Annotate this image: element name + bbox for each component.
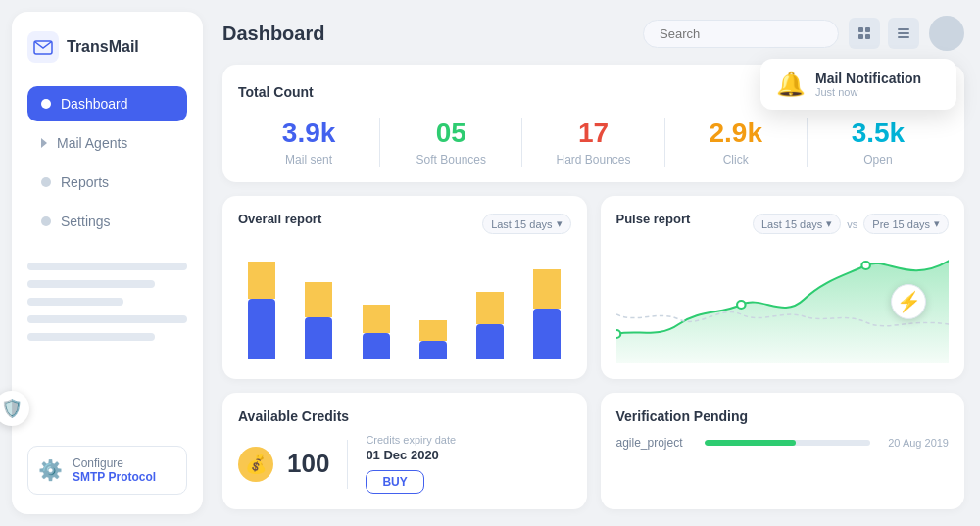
configure-label: Configure (73, 456, 156, 470)
hard-bounces-value: 17 (532, 118, 654, 149)
open-label: Open (817, 153, 939, 167)
search-input[interactable] (643, 20, 839, 48)
svg-point-11 (861, 262, 869, 269)
pulse-filter-row: Last 15 days ▾ vs Pre 15 days ▾ (753, 214, 949, 234)
hard-bounces-label: Hard Bounces (532, 153, 654, 167)
bar-group (353, 305, 400, 359)
bar-stack (305, 282, 332, 359)
smtp-config-text: Configure SMTP Protocol (73, 456, 156, 484)
verification-date: 20 Aug 2019 (880, 437, 949, 449)
skeleton-line-3 (27, 298, 123, 306)
bar-stack (533, 269, 561, 359)
sidebar-item-mail-agents[interactable]: Mail Agents (27, 125, 187, 161)
bar-segment-yellow (533, 269, 561, 309)
notification-content: Mail Notification Just now (815, 71, 921, 98)
transmail-logo-icon (27, 31, 59, 63)
soft-bounces-value: 05 (390, 118, 512, 149)
nav-label-reports: Reports (61, 174, 109, 190)
nav-dot-icon-2 (41, 177, 51, 187)
bar-segment-yellow (363, 305, 390, 333)
svg-rect-6 (898, 28, 909, 30)
bar-group (238, 262, 285, 359)
svg-point-9 (616, 330, 620, 338)
sidebar-item-settings[interactable]: Settings (27, 204, 187, 239)
buy-button[interactable]: BUY (366, 470, 423, 494)
overall-report-header: Overall report Last 15 days ▾ (238, 212, 571, 236)
nav-dot-icon (41, 99, 51, 109)
bar-group (295, 282, 342, 359)
svg-rect-5 (865, 34, 870, 39)
chevron-down-icon-4: ▾ (934, 217, 940, 230)
nav-label-mail-agents: Mail Agents (57, 135, 127, 151)
expiry-date: 01 Dec 2020 (366, 448, 456, 462)
pulse-filter2-label: Pre 15 days (872, 218, 930, 230)
sidebar-item-reports[interactable]: Reports (27, 165, 187, 200)
bar-group (523, 269, 570, 359)
notification-popup: 🔔 Mail Notification Just now (760, 59, 956, 110)
bar-stack (476, 292, 504, 359)
skeleton-line-2 (27, 280, 155, 288)
bar-stack (363, 305, 390, 359)
header-right (643, 16, 964, 51)
credits-amount: 100 (287, 449, 329, 479)
sidebar-item-dashboard[interactable]: Dashboard (27, 86, 187, 121)
mail-sent-value: 3.9k (248, 118, 369, 149)
svg-point-10 (737, 301, 745, 309)
svg-rect-3 (865, 27, 870, 32)
skeleton-line-1 (27, 263, 187, 270)
credits-divider (347, 440, 348, 489)
nav-dot-icon-3 (41, 216, 51, 226)
notification-time: Just now (815, 86, 921, 98)
overall-filter-button[interactable]: Last 15 days ▾ (482, 214, 570, 234)
verification-title: Verification Pending (616, 408, 950, 424)
list-view-button[interactable] (888, 18, 919, 49)
credits-expiry: Credits expiry date 01 Dec 2020 BUY (366, 434, 456, 494)
avatar[interactable] (929, 16, 964, 51)
shield-badge: 🛡️ (0, 391, 29, 426)
bar-segment-blue (533, 309, 561, 359)
open-value: 3.5k (817, 118, 939, 149)
bar-segment-blue (363, 333, 390, 359)
verification-project-label: agile_project (616, 436, 695, 450)
credits-row: 💰 100 Credits expiry date 01 Dec 2020 BU… (238, 434, 571, 494)
header-icons (849, 18, 919, 49)
overall-report-card: Overall report Last 15 days ▾ (222, 196, 587, 379)
dashboard-body: Total Count All data ▾ 3.9k Mail sent 05… (222, 65, 964, 509)
total-count-title: Total Count (238, 84, 314, 100)
skeleton-line-4 (27, 315, 187, 323)
pulse-report-header: Pulse report Last 15 days ▾ vs Pre 15 da… (616, 212, 950, 236)
click-value: 2.9k (675, 118, 797, 149)
svg-rect-7 (898, 32, 909, 34)
stat-click: 2.9k Click (665, 118, 808, 167)
bar-segment-blue (305, 317, 332, 359)
bar-chart (238, 246, 571, 363)
click-label: Click (675, 153, 797, 167)
bar-segment-yellow (248, 262, 275, 299)
verification-pending-card: Verification Pending agile_project 20 Au… (601, 393, 965, 509)
credits-title: Available Credits (238, 408, 571, 424)
smtp-protocol-link[interactable]: SMTP Protocol (73, 470, 156, 484)
overall-filter-label: Last 15 days (491, 218, 552, 230)
pulse-filter1-button[interactable]: Last 15 days ▾ (753, 214, 841, 234)
pulse-filter2-button[interactable]: Pre 15 days ▾ (863, 214, 949, 234)
stat-open: 3.5k Open (808, 118, 949, 167)
svg-rect-0 (27, 31, 59, 63)
grid-icon (858, 27, 870, 39)
available-credits-card: Available Credits 💰 100 Credits expiry d… (222, 393, 587, 509)
stat-mail-sent: 3.9k Mail sent (238, 118, 380, 167)
nav-label-dashboard: Dashboard (61, 96, 128, 112)
sidebar: TransMail Dashboard Mail Agents Reports … (12, 12, 203, 514)
list-icon (898, 28, 909, 38)
vs-text: vs (847, 218, 858, 230)
grid-view-button[interactable] (849, 18, 880, 49)
skeleton-line-5 (27, 333, 155, 341)
page-title: Dashboard (222, 23, 324, 45)
bar-segment-blue (476, 324, 504, 359)
sidebar-logo: TransMail (27, 31, 187, 63)
bar-segment-yellow (476, 292, 504, 324)
chevron-down-icon-3: ▾ (826, 217, 832, 230)
app-name: TransMail (67, 38, 139, 56)
credits-coin-icon: 💰 (238, 447, 273, 482)
lightning-badge: ⚡ (891, 284, 926, 319)
bar-stack (248, 262, 275, 359)
